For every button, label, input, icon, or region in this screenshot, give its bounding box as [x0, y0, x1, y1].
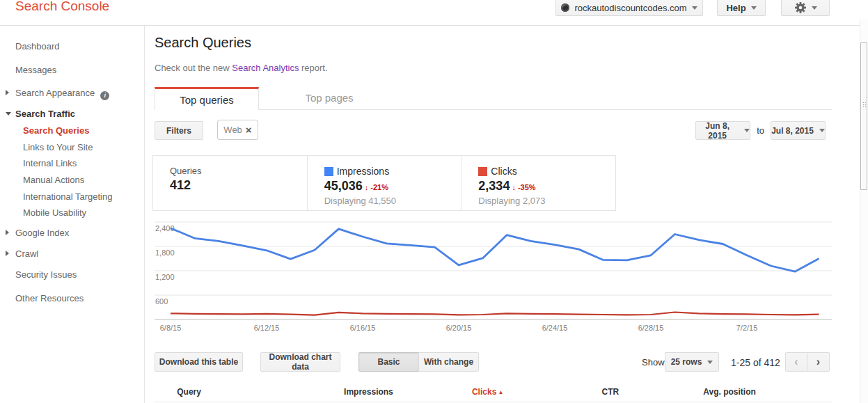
pagination-next-button[interactable]: › [807, 352, 830, 372]
gear-icon [794, 1, 807, 14]
app-header: Search Console rockautodiscountcodes.com… [0, 0, 868, 26]
svg-text:6/28/15: 6/28/15 [638, 324, 664, 332]
sidebar-item-messages[interactable]: Messages [0, 64, 144, 76]
stat-queries-value: 412 [170, 178, 307, 193]
sidebar-item-label: Mobile Usability [23, 207, 86, 218]
svg-text:7/2/15: 7/2/15 [736, 324, 758, 332]
help-dropdown[interactable]: Help [717, 0, 766, 16]
date-from-label: Jun 8, 2015 [696, 121, 739, 141]
download-chart-data-button[interactable]: Download chart data [260, 352, 340, 372]
show-rows-label: Show [642, 357, 665, 368]
column-header-avg-position[interactable]: Avg. position [703, 387, 756, 397]
svg-text:6/24/15: 6/24/15 [542, 324, 568, 332]
page-title: Search Queries [155, 35, 251, 51]
sidebar-item-dashboard[interactable]: Dashboard [0, 40, 144, 52]
pagination-prev-button[interactable]: ‹ [785, 352, 807, 372]
svg-text:6/16/15: 6/16/15 [350, 324, 376, 332]
vertical-scrollbar-track[interactable] [860, 19, 868, 403]
sidebar-item-label: Security Issues [15, 269, 77, 280]
svg-text:600: 600 [155, 297, 168, 306]
chevron-down-icon [812, 6, 817, 10]
info-icon[interactable]: i [100, 91, 109, 100]
scrollbar-grip-icon [862, 102, 866, 108]
sidebar-item-internal-links[interactable]: Internal Links [0, 157, 144, 169]
date-from-dropdown[interactable]: Jun 8, 2015 [695, 121, 750, 140]
stat-impressions-displaying: Displaying 41,550 [324, 196, 461, 206]
new-report-banner: Check out the new Search Analytics repor… [155, 63, 328, 73]
delta-down-arrow-icon: ↓ [512, 183, 516, 191]
queries-table-header: QueryImpressionsClicks ▲CTRAvg. position [155, 383, 832, 402]
collapsed-arrow-icon[interactable] [6, 90, 9, 95]
stat-queries: Queries 412 [153, 156, 307, 210]
sidebar-item-label: Google Index [15, 228, 69, 238]
svg-text:1,200: 1,200 [155, 273, 175, 281]
pagination-range-label: 1-25 of 412 [731, 357, 780, 368]
rows-per-page-dropdown[interactable]: 25 rows [665, 352, 719, 372]
expanded-arrow-icon[interactable] [6, 112, 11, 116]
sidebar-item-search-appearance[interactable]: Search Appearancei [0, 87, 144, 99]
chevron-left-icon: ‹ [794, 356, 798, 368]
filters-button[interactable]: Filters [155, 121, 203, 140]
svg-text:6/8/15: 6/8/15 [160, 324, 182, 332]
site-selector-dropdown[interactable]: rockautodiscountcodes.com [555, 0, 703, 16]
chevron-down-icon [707, 361, 713, 364]
sidebar-item-links-to-your-site[interactable]: Links to Your Site [0, 141, 144, 153]
column-header-query[interactable]: Query [177, 387, 201, 397]
tab-top-pages[interactable]: Top pages [277, 87, 381, 110]
date-to-dropdown[interactable]: Jul 8, 2015 [771, 121, 826, 140]
sidebar-item-search-queries[interactable]: Search Queries [0, 125, 144, 136]
sidebar-item-other-resources[interactable]: Other Resources [0, 292, 144, 304]
stat-impressions-value: 45,036 [324, 179, 363, 193]
clicks-line-series [171, 313, 819, 315]
column-header-ctr[interactable]: CTR [601, 387, 619, 397]
sidebar-item-security-issues[interactable]: Security Issues [0, 269, 144, 280]
filter-chip-web[interactable]: Web × [217, 120, 258, 140]
sidebar-item-mobile-usability[interactable]: Mobile Usability [0, 207, 144, 219]
sidebar-item-label: Search Appearance [15, 88, 95, 98]
chevron-down-icon [819, 129, 825, 132]
download-table-button[interactable]: Download this table [155, 352, 243, 372]
sidebar-item-crawl[interactable]: Crawl [0, 248, 144, 260]
sidebar-item-manual-actions[interactable]: Manual Actions [0, 174, 144, 186]
collapsed-arrow-icon[interactable] [6, 230, 9, 235]
sidebar-item-label: Messages [15, 65, 56, 75]
sidebar-item-label: Other Resources [15, 293, 84, 303]
stat-clicks-displaying: Displaying 2,073 [478, 196, 615, 206]
sidebar-item-search-traffic[interactable]: Search Traffic [0, 108, 144, 120]
chevron-right-icon: › [816, 356, 820, 368]
close-icon[interactable]: × [246, 124, 252, 136]
sidebar-item-google-index[interactable]: Google Index [0, 227, 144, 239]
sidebar-item-label: Links to Your Site [23, 142, 93, 152]
stat-clicks-label: Clicks [491, 166, 516, 177]
search-console-app: Search Console rockautodiscountcodes.com… [0, 0, 868, 403]
collapsed-arrow-icon[interactable] [6, 251, 9, 256]
chevron-down-icon [751, 6, 757, 10]
sidebar-item-international-targeting[interactable]: International Targeting [0, 191, 144, 203]
stat-impressions: Impressions 45,036↓ -21% Displaying 41,5… [307, 156, 461, 210]
stat-clicks-value: 2,334 [478, 179, 510, 193]
clicks-legend-swatch [478, 167, 487, 176]
vertical-scrollbar-thumb[interactable] [860, 42, 867, 190]
banner-text: Check out the new [155, 63, 232, 73]
rows-per-page-value: 25 rows [671, 357, 702, 367]
date-to-label: Jul 8, 2015 [771, 126, 814, 136]
main-content: Search Queries Check out the new Search … [145, 26, 868, 403]
date-range-picker: Jun 8, 2015 to Jul 8, 2015 [695, 121, 826, 140]
stat-impressions-delta: -21% [370, 183, 388, 191]
queries-line-chart: 6001,2001,8002,4006/8/156/12/156/16/156/… [155, 221, 832, 334]
site-selector-label: rockautodiscountcodes.com [574, 3, 686, 13]
chevron-down-icon [692, 6, 697, 10]
sidebar-item-label: Internal Links [23, 158, 77, 168]
svg-text:6/20/15: 6/20/15 [446, 324, 472, 332]
settings-dropdown[interactable] [781, 0, 830, 16]
basic-toggle-button[interactable]: Basic [358, 352, 419, 372]
search-console-logo: Search Console [15, 0, 109, 14]
with-change-toggle-button[interactable]: With change [418, 352, 479, 372]
search-analytics-link[interactable]: Search Analytics [232, 63, 299, 73]
column-header-impressions[interactable]: Impressions [344, 387, 393, 397]
stat-queries-label: Queries [170, 166, 307, 176]
impressions-line-series [171, 228, 819, 271]
summary-stats-panel: Queries 412 Impressions 45,036↓ -21% Dis… [152, 155, 616, 211]
tab-top-queries[interactable]: Top queries [155, 87, 259, 110]
column-header-clicks[interactable]: Clicks ▲ [472, 387, 504, 397]
